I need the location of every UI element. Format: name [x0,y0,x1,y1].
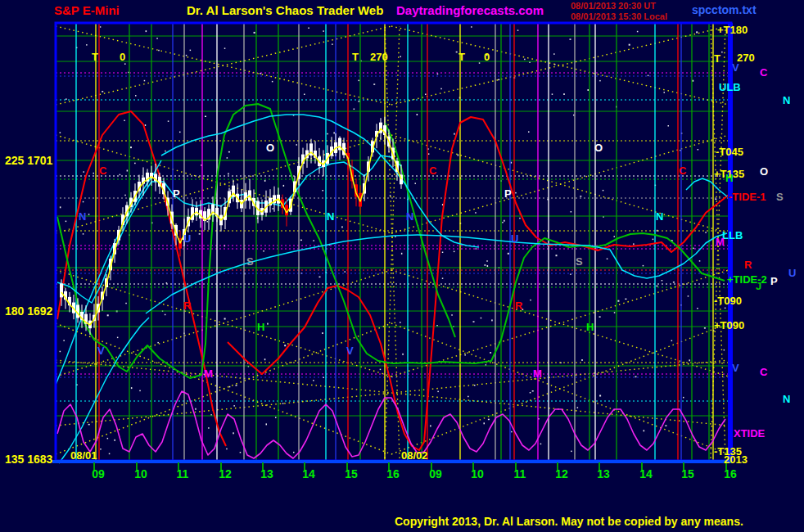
star-dot [515,192,517,194]
right-label-V: V [732,362,739,374]
star-dot [633,243,635,245]
star-dot [724,349,725,351]
star-dot [83,201,84,203]
star-dot [603,190,604,192]
star-dot [254,32,255,34]
chart-annotation-T: T [92,51,98,63]
right-label--T045: -T045 [716,146,743,158]
star-dot [166,282,168,284]
star-dot [528,131,530,133]
star-dot [282,403,284,404]
star-dot [704,327,706,329]
star-dot [230,190,232,192]
star-dot [208,427,210,429]
right-label-S: S [776,191,784,203]
star-dot [599,395,601,397]
star-dot [481,318,482,319]
star-dot [673,282,675,283]
star-dot [471,26,472,28]
star-dot [229,386,231,388]
star-dot [484,264,486,266]
star-dot [532,390,534,392]
star-dot [165,151,166,152]
chart-annotation-C: C [429,165,437,177]
star-dot [588,89,589,91]
star-dot [224,47,226,49]
chart-annotation-N: N [327,210,334,223]
hour-label: 14 [302,467,315,480]
star-dot [120,174,121,176]
star-dot [715,199,716,201]
chart-annotation-M: M [533,367,542,380]
star-dot [205,116,206,118]
star-dot [263,250,264,252]
star-dot [473,321,475,322]
star-dot [272,81,273,83]
star-dot [100,449,102,450]
star-dot [224,318,226,320]
star-dot [228,151,230,153]
star-dot [146,30,147,32]
right-label-N: N [783,94,790,106]
star-dot [540,444,542,445]
star-dot [240,452,242,453]
indicator-line-red-arc-left [57,111,226,446]
star-dot [524,59,526,61]
star-dot [693,248,694,250]
star-dot [491,319,493,321]
right-label-R: R [744,259,752,271]
star-dot [359,101,360,102]
hour-label: 14 [639,467,653,480]
star-dot [210,414,212,416]
star-dot [553,53,555,55]
star-dot [60,206,61,208]
chart-annotation-R: R [515,300,523,312]
chart-annotation-U: U [511,232,518,245]
star-dot [474,385,476,386]
star-dot [688,295,689,297]
chart-annotation-0: 0 [484,51,490,63]
right-label-XTIDE: XTIDE [734,427,765,440]
star-dot [635,376,637,378]
hour-label: 13 [597,467,610,480]
star-dot [725,308,726,309]
star-dot [511,431,513,433]
star-dot [436,325,438,327]
chart-annotation-O: O [594,142,603,154]
hour-label: 13 [260,467,273,480]
star-dot [156,38,158,39]
star-dot [475,212,477,214]
star-dot [442,252,444,254]
star-dot [580,196,581,197]
chart-annotation-T: T [458,51,465,63]
star-dot [668,125,670,127]
right-label-H: H [725,172,733,184]
star-dot [114,440,115,441]
star-dot [425,94,427,96]
star-dot [109,453,111,455]
star-dot [158,50,160,52]
star-dot [283,185,285,187]
star-dot [570,273,571,275]
star-dot [656,286,657,287]
star-dot [599,316,601,318]
star-dot [145,124,147,126]
chart-annotation-U: U [183,232,191,245]
star-dot [65,98,67,100]
chart-annotation-S: S [246,255,254,268]
star-dot [476,248,477,250]
star-dot [199,233,201,235]
star-dot [570,38,571,40]
star-dot [84,171,85,173]
candle-body [60,283,63,297]
chart-annotation-0801: 08/01 [70,449,97,462]
star-dot [88,424,90,426]
star-dot [430,425,431,426]
chart-annotation-0802: 08/02 [401,449,428,462]
right-label-J: J [756,280,761,292]
star-dot [614,236,616,237]
star-dot [699,260,701,262]
right-label-270: 270 [737,52,755,64]
star-dot [401,253,403,255]
star-dot [415,183,417,184]
